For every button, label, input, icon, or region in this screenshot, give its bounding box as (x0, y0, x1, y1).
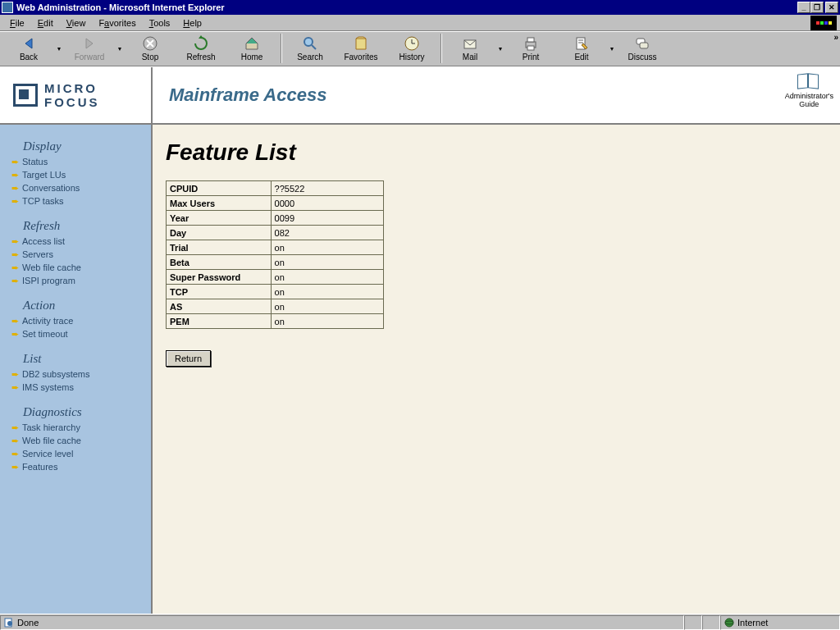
nav-heading-list: List (11, 352, 143, 366)
nav-link-service-level[interactable]: ➨Service level (11, 447, 143, 460)
nav-link-task-hierarchy[interactable]: ➨Task hierarchy (11, 421, 143, 434)
nav-link-label: Activity trace (22, 314, 73, 327)
stop-icon (142, 35, 158, 52)
nav-link-servers[interactable]: ➨Servers (11, 248, 143, 261)
arrow-icon: ➨ (11, 327, 19, 340)
edit-icon (573, 35, 590, 52)
back-button[interactable]: Back (3, 33, 54, 64)
close-button[interactable]: ✕ (825, 2, 838, 13)
row-label: TCP (167, 285, 272, 299)
row-value: 082 (271, 226, 383, 240)
table-row: Day082 (167, 226, 384, 240)
nav-link-features[interactable]: ➨Features (11, 460, 143, 473)
arrow-icon: ➨ (11, 314, 19, 327)
nav-link-tcp-tasks[interactable]: ➨TCP tasks (11, 194, 143, 208)
arrow-icon: ➨ (11, 235, 19, 248)
search-button[interactable]: Search (285, 33, 336, 64)
arrow-icon: ➨ (11, 447, 19, 460)
refresh-button[interactable]: Refresh (176, 33, 226, 64)
status-bar: Done Internet (0, 614, 840, 630)
toolbar-overflow-icon[interactable]: » (833, 33, 838, 42)
minimize-button[interactable]: _ (797, 2, 810, 13)
nav-link-label: Set timeout (22, 327, 68, 340)
nav-link-set-timeout[interactable]: ➨Set timeout (11, 327, 143, 340)
dropdown-arrow-icon[interactable]: ▼ (115, 33, 125, 64)
menu-favorites[interactable]: Favorites (92, 16, 142, 30)
logo-mark-icon (13, 84, 38, 107)
row-value: on (271, 240, 383, 255)
table-row: TCPon (167, 285, 384, 299)
row-value: 0099 (271, 211, 383, 226)
stop-button[interactable]: Stop (125, 33, 176, 64)
svg-rect-8 (527, 38, 534, 42)
toolbar: Back ▼ Forward ▼ Stop Refresh Home Searc… (0, 31, 840, 66)
mail-button[interactable]: Mail (445, 33, 495, 64)
nav-link-ims-systems[interactable]: ➨IMS systems (11, 381, 143, 394)
nav-heading-diagnostics: Diagnostics (11, 405, 143, 419)
nav-link-label: Target LUs (22, 168, 66, 181)
nav-link-db2-subsystems[interactable]: ➨DB2 subsystems (11, 368, 143, 381)
menu-tools[interactable]: Tools (143, 16, 177, 30)
sidebar: Display➨Status➨Target LUs➨Conversations➨… (0, 125, 151, 614)
admin-guide-link[interactable]: Administrator's Guide (785, 74, 833, 108)
favorites-button[interactable]: Favorites (336, 33, 386, 64)
nav-link-label: Task hierarchy (22, 421, 80, 434)
menu-edit[interactable]: Edit (31, 16, 60, 30)
nav-link-label: TCP tasks (22, 194, 64, 208)
nav-link-activity-trace[interactable]: ➨Activity trace (11, 314, 143, 327)
menu-view[interactable]: View (60, 16, 93, 30)
arrow-icon: ➨ (11, 194, 19, 208)
history-icon (404, 35, 420, 52)
arrow-icon: ➨ (11, 261, 19, 274)
svg-point-17 (725, 619, 733, 627)
arrow-icon: ➨ (11, 274, 19, 287)
logo-box: MICRO FOCUS (0, 67, 151, 125)
dropdown-arrow-icon[interactable]: ▼ (495, 33, 505, 64)
page-title: Feature List (166, 139, 827, 166)
menu-help[interactable]: Help (176, 16, 208, 30)
nav-heading-action: Action (11, 299, 143, 313)
nav-link-conversations[interactable]: ➨Conversations (11, 181, 143, 194)
right-panel: Mainframe Access Administrator's Guide F… (153, 67, 840, 614)
dropdown-arrow-icon[interactable]: ▼ (607, 33, 617, 64)
window-controls: _ ❐ ✕ (797, 2, 838, 13)
nav-link-target-lus[interactable]: ➨Target LUs (11, 168, 143, 181)
nav-link-access-list[interactable]: ➨Access list (11, 235, 143, 248)
dropdown-arrow-icon[interactable]: ▼ (54, 33, 64, 64)
svg-point-16 (7, 621, 12, 626)
row-value: ??5522 (271, 181, 383, 196)
nav-link-ispi-program[interactable]: ➨ISPI program (11, 274, 143, 287)
print-button[interactable]: Print (505, 33, 556, 64)
table-row: Max Users0000 (167, 196, 384, 211)
toolbar-separator (281, 34, 281, 63)
arrow-icon: ➨ (11, 155, 19, 168)
arrow-icon: ➨ (11, 181, 19, 194)
discuss-button[interactable]: Discuss (617, 33, 668, 64)
return-button[interactable]: Return (166, 350, 211, 367)
nav-heading-refresh: Refresh (11, 219, 143, 233)
nav-link-status[interactable]: ➨Status (11, 155, 143, 168)
history-button[interactable]: History (386, 33, 437, 64)
edit-button[interactable]: Edit (556, 33, 607, 64)
nav-link-label: ISPI program (22, 274, 75, 287)
nav-link-web-file-cache[interactable]: ➨Web file cache (11, 261, 143, 274)
home-button[interactable]: Home (226, 33, 277, 64)
search-icon (302, 35, 318, 52)
row-value: on (271, 270, 383, 285)
maximize-button[interactable]: ❐ (810, 2, 824, 13)
row-value: on (271, 285, 383, 299)
row-label: Year (167, 211, 272, 226)
arrow-icon: ➨ (11, 168, 19, 181)
book-icon (797, 74, 820, 90)
arrow-icon: ➨ (11, 434, 19, 447)
nav-link-label: Web file cache (22, 434, 81, 447)
menu-file[interactable]: File (3, 16, 31, 30)
status-zone-pane: Internet (720, 615, 840, 630)
nav-link-web-file-cache[interactable]: ➨Web file cache (11, 434, 143, 447)
header-strip: Mainframe Access Administrator's Guide (153, 67, 840, 125)
status-text-pane: Done (0, 615, 684, 630)
app-icon (2, 2, 13, 13)
feature-table: CPUID??5522Max Users0000Year0099Day082Tr… (166, 180, 384, 329)
header-title: Mainframe Access (169, 84, 326, 106)
row-label: Beta (167, 255, 272, 270)
